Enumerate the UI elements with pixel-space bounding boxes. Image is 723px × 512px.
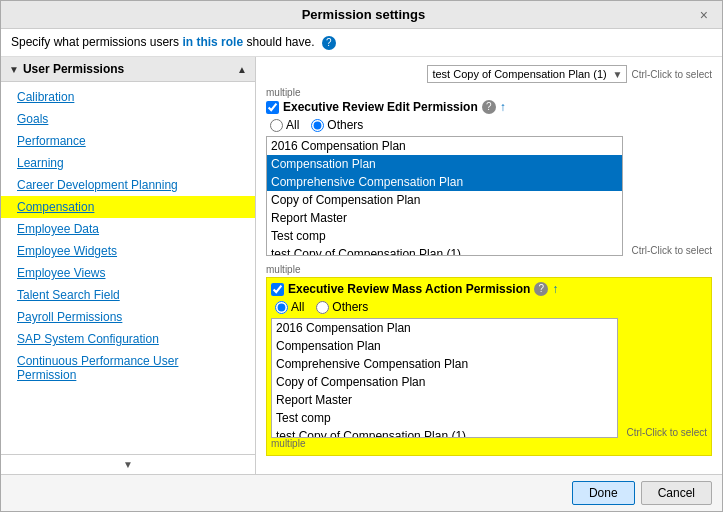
close-button[interactable]: × [696,7,712,23]
radio-all-text: All [286,118,299,132]
radio-all-label[interactable]: All [270,118,299,132]
header-help-icon[interactable]: ? [322,36,336,50]
header-text-prefix: Specify what permissions users [11,35,179,49]
sidebar-item-career-development[interactable]: Career Development Planning [1,174,255,196]
list-item[interactable]: Comprehensive Compensation Plan [267,173,622,191]
collapse-arrow-icon[interactable]: ▼ [9,64,19,75]
radio-others-mass-text: Others [332,300,368,314]
list-item[interactable]: 2016 Compensation Plan [267,137,622,155]
sidebar-item-learning[interactable]: Learning [1,152,255,174]
list-item[interactable]: Report Master [272,391,617,409]
top-ctrl-click-label: Ctrl-Click to select [631,69,712,80]
sidebar-item-compensation[interactable]: Compensation [1,196,255,218]
expand-icon[interactable]: ▲ [237,64,247,75]
top-row: test Copy of Compensation Plan (1) ▼ Ctr… [266,65,712,83]
list-item[interactable]: Copy of Compensation Plan [267,191,622,209]
dialog-title: Permission settings [31,7,696,22]
exec-review-edit-list-box-container: 2016 Compensation Plan Compensation Plan… [266,136,623,256]
dialog-body: ▼ User Permissions ▲ CalibrationGoalsPer… [1,57,722,474]
exec-review-mass-list-box-container: 2016 Compensation Plan Compensation Plan… [271,318,618,438]
exec-review-edit-up-arrow-icon[interactable]: ↑ [500,100,506,114]
list-item[interactable]: 2016 Compensation Plan [272,319,617,337]
exec-review-edit-help-icon[interactable]: ? [482,100,496,114]
radio-all-input[interactable] [270,119,283,132]
list-item[interactable]: Test comp [272,409,617,427]
radio-others-mass-input[interactable] [316,301,329,314]
header-text-suffix: should have. [246,35,314,49]
left-panel: ▼ User Permissions ▲ CalibrationGoalsPer… [1,57,256,474]
exec-review-edit-ctrl-click-label: Ctrl-Click to select [627,245,712,256]
dialog-footer: Done Cancel [1,474,722,511]
sidebar-item-employee-views[interactable]: Employee Views [1,262,255,284]
sidebar-item-continuous-perf[interactable]: Continuous Performance User Permission [1,350,255,386]
list-item[interactable]: test Copy of Compensation Plan (1) [267,245,622,256]
radio-all-mass-text: All [291,300,304,314]
exec-review-mass-help-icon[interactable]: ? [534,282,548,296]
exec-review-mass-header: Executive Review Mass Action Permission … [271,282,707,296]
top-select-value: test Copy of Compensation Plan (1) [432,68,606,80]
exec-review-mass-list-box[interactable]: 2016 Compensation Plan Compensation Plan… [271,318,618,438]
list-item[interactable]: Report Master [267,209,622,227]
top-select[interactable]: test Copy of Compensation Plan (1) ▼ [427,65,627,83]
exec-review-mass-radio-group: All Others [275,300,707,314]
exec-review-mass-checkbox[interactable] [271,283,284,296]
cancel-button[interactable]: Cancel [641,481,712,505]
exec-review-mass-up-arrow-icon[interactable]: ↑ [552,282,558,296]
exec-review-edit-section: Executive Review Edit Permission ? ↑ All… [266,100,712,256]
sidebar-item-employee-data[interactable]: Employee Data [1,218,255,240]
list-item[interactable]: Comprehensive Compensation Plan [272,355,617,373]
header-text-highlight: in this role [182,35,243,49]
radio-all-mass-label[interactable]: All [275,300,304,314]
title-bar: Permission settings × [1,1,722,29]
exec-review-mass-ctrl-click-label: Ctrl-Click to select [622,427,707,438]
scroll-down-icon[interactable]: ▼ [123,459,133,470]
exec-review-edit-checkbox[interactable] [266,101,279,114]
sidebar-item-employee-widgets[interactable]: Employee Widgets [1,240,255,262]
exec-review-edit-title: Executive Review Edit Permission [283,100,478,114]
done-button[interactable]: Done [572,481,635,505]
radio-others-label[interactable]: Others [311,118,363,132]
sidebar-item-calibration[interactable]: Calibration [1,86,255,108]
radio-others-mass-label[interactable]: Others [316,300,368,314]
exec-review-edit-radio-group: All Others [270,118,712,132]
header-bar: Specify what permissions users in this r… [1,29,722,57]
list-item[interactable]: Compensation Plan [272,337,617,355]
exec-review-edit-list-box[interactable]: 2016 Compensation Plan Compensation Plan… [266,136,623,256]
sidebar-item-talent-search[interactable]: Talent Search Field [1,284,255,306]
radio-others-text: Others [327,118,363,132]
exec-review-edit-list-container: 2016 Compensation Plan Compensation Plan… [266,136,712,256]
right-panel: test Copy of Compensation Plan (1) ▼ Ctr… [256,57,722,474]
left-panel-title: User Permissions [23,62,124,76]
multiple-label-top: multiple [266,87,712,98]
radio-others-input[interactable] [311,119,324,132]
multiple-label-bottom: multiple [271,438,707,449]
nav-list: CalibrationGoalsPerformanceLearningCaree… [1,82,255,454]
permission-settings-dialog: Permission settings × Specify what permi… [0,0,723,512]
sidebar-item-sap-config[interactable]: SAP System Configuration [1,328,255,350]
multiple-label-mid: multiple [266,264,712,275]
sidebar-item-performance[interactable]: Performance [1,130,255,152]
exec-review-mass-section: Executive Review Mass Action Permission … [266,277,712,456]
list-item[interactable]: test Copy of Compensation Plan (1) [272,427,617,438]
left-panel-header: ▼ User Permissions ▲ [1,57,255,82]
list-item[interactable]: Compensation Plan [267,155,622,173]
exec-review-edit-header: Executive Review Edit Permission ? ↑ [266,100,712,114]
radio-all-mass-input[interactable] [275,301,288,314]
exec-review-mass-list-container: 2016 Compensation Plan Compensation Plan… [271,318,707,438]
list-item[interactable]: Copy of Compensation Plan [272,373,617,391]
list-item[interactable]: Test comp [267,227,622,245]
left-panel-scroll: ▼ [1,454,255,474]
exec-review-mass-title: Executive Review Mass Action Permission [288,282,530,296]
top-select-chevron-icon: ▼ [613,69,623,80]
sidebar-item-goals[interactable]: Goals [1,108,255,130]
sidebar-item-payroll[interactable]: Payroll Permissions [1,306,255,328]
